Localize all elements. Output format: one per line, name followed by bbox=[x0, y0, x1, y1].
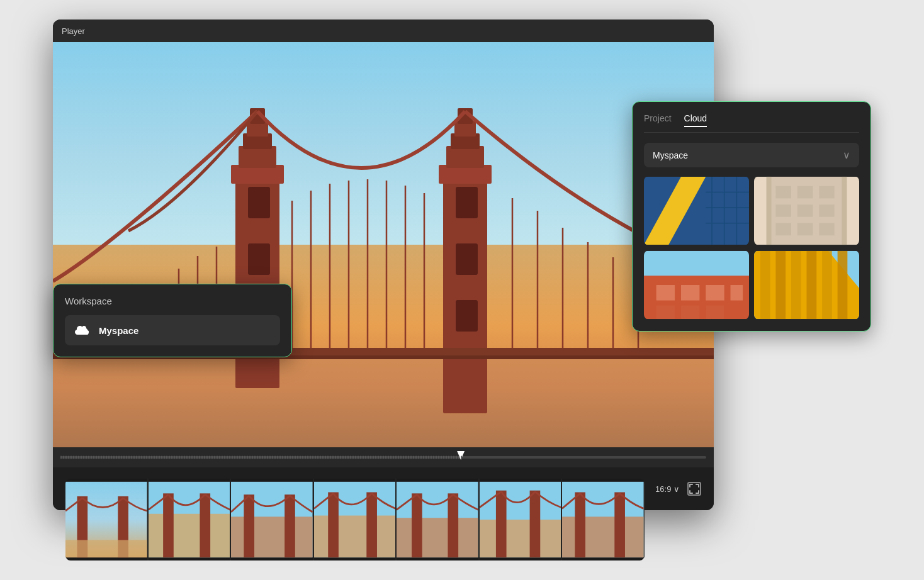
svg-rect-45 bbox=[200, 493, 210, 557]
tab-cloud[interactable]: Cloud bbox=[684, 113, 707, 127]
film-frame bbox=[314, 479, 397, 560]
svg-rect-82 bbox=[819, 204, 835, 217]
timeline-track[interactable]: // will be rendered by JS below bbox=[60, 456, 706, 459]
svg-rect-59 bbox=[480, 520, 561, 557]
svg-rect-87 bbox=[842, 177, 847, 245]
svg-rect-12 bbox=[446, 146, 484, 168]
svg-rect-100 bbox=[775, 251, 786, 319]
cloud-thumb-4[interactable] bbox=[754, 250, 859, 320]
svg-rect-8 bbox=[248, 243, 270, 275]
svg-rect-81 bbox=[797, 204, 813, 217]
svg-rect-57 bbox=[448, 493, 459, 557]
cloud-thumb-1[interactable] bbox=[644, 176, 749, 245]
chevron-down-icon: ∨ bbox=[843, 149, 850, 161]
svg-rect-93 bbox=[731, 285, 743, 301]
svg-rect-61 bbox=[529, 491, 540, 557]
svg-rect-96 bbox=[706, 305, 724, 319]
player-window: Player bbox=[53, 20, 714, 510]
film-frame bbox=[231, 479, 314, 560]
svg-rect-41 bbox=[65, 540, 147, 557]
svg-rect-64 bbox=[575, 492, 586, 557]
svg-rect-63 bbox=[562, 516, 644, 557]
workspace-title: Workspace bbox=[65, 296, 280, 306]
svg-rect-83 bbox=[775, 223, 791, 236]
svg-rect-101 bbox=[791, 251, 801, 319]
svg-rect-0 bbox=[53, 350, 714, 447]
player-video-area bbox=[53, 42, 714, 447]
film-frame bbox=[149, 479, 232, 560]
svg-rect-60 bbox=[496, 491, 507, 557]
svg-rect-44 bbox=[163, 493, 174, 557]
filmstrip bbox=[65, 479, 645, 560]
svg-rect-102 bbox=[807, 251, 817, 319]
aspect-ratio-selector[interactable]: 16:9 ∨ bbox=[655, 484, 680, 494]
svg-rect-79 bbox=[819, 186, 835, 199]
svg-rect-51 bbox=[314, 516, 396, 558]
svg-rect-91 bbox=[681, 285, 699, 301]
svg-rect-17 bbox=[456, 243, 478, 275]
film-frame bbox=[65, 479, 149, 560]
film-frame bbox=[480, 479, 563, 560]
film-frame bbox=[397, 479, 480, 560]
svg-rect-43 bbox=[149, 514, 230, 557]
film-frame bbox=[562, 479, 645, 560]
aspect-ratio-label: 16:9 ∨ bbox=[655, 484, 680, 494]
cloud-thumb-3[interactable] bbox=[644, 250, 749, 320]
svg-rect-47 bbox=[231, 516, 313, 557]
cloud-thumbnail-grid bbox=[644, 176, 859, 320]
workspace-panel: Workspace Myspace bbox=[53, 284, 292, 357]
cloud-panel-tabs: Project Cloud bbox=[644, 113, 859, 133]
svg-rect-78 bbox=[797, 186, 813, 199]
timeline-bar[interactable]: // will be rendered by JS below bbox=[53, 447, 714, 467]
workspace-item-label: Myspace bbox=[99, 325, 138, 336]
svg-rect-95 bbox=[681, 305, 699, 319]
svg-rect-7 bbox=[248, 187, 270, 218]
svg-rect-90 bbox=[656, 285, 675, 301]
svg-rect-52 bbox=[328, 492, 339, 557]
svg-rect-3 bbox=[239, 146, 276, 168]
svg-rect-55 bbox=[397, 518, 478, 557]
svg-rect-94 bbox=[656, 305, 675, 319]
svg-rect-65 bbox=[615, 492, 626, 557]
cloud-thumb-2[interactable] bbox=[754, 176, 859, 245]
svg-rect-49 bbox=[285, 494, 295, 557]
svg-rect-77 bbox=[775, 186, 791, 199]
player-title: Player bbox=[62, 26, 85, 36]
cloud-dropdown-label: Myspace bbox=[653, 150, 688, 160]
workspace-item-myspace[interactable]: Myspace bbox=[65, 315, 280, 345]
svg-rect-99 bbox=[760, 251, 770, 319]
cloud-icon bbox=[74, 321, 91, 339]
svg-rect-104 bbox=[838, 251, 848, 319]
svg-rect-92 bbox=[706, 285, 724, 301]
svg-rect-16 bbox=[456, 187, 478, 218]
svg-rect-103 bbox=[822, 251, 832, 319]
svg-rect-48 bbox=[244, 494, 255, 557]
svg-rect-53 bbox=[366, 492, 377, 557]
svg-rect-84 bbox=[797, 223, 813, 236]
cloud-panel: Project Cloud Myspace ∨ bbox=[632, 101, 871, 332]
tab-project[interactable]: Project bbox=[644, 113, 672, 127]
svg-rect-86 bbox=[767, 177, 772, 245]
video-frame bbox=[53, 42, 714, 447]
svg-rect-80 bbox=[775, 204, 791, 217]
bridge-illustration bbox=[53, 42, 714, 447]
svg-rect-18 bbox=[456, 300, 478, 332]
fullscreen-button[interactable] bbox=[687, 482, 701, 496]
player-titlebar: Player bbox=[53, 20, 714, 42]
svg-rect-56 bbox=[412, 493, 422, 557]
cloud-dropdown[interactable]: Myspace ∨ bbox=[644, 143, 859, 167]
svg-rect-85 bbox=[819, 223, 835, 236]
